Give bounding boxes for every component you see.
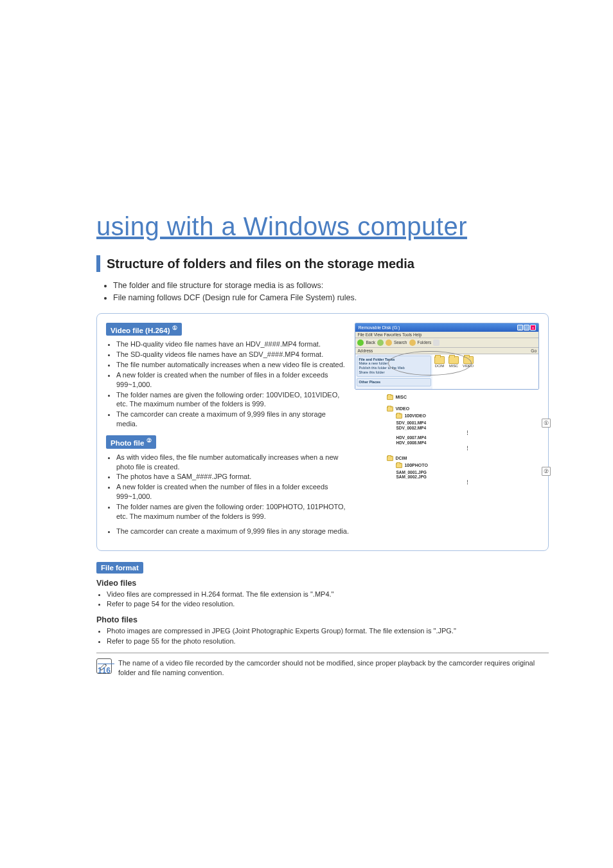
file-name: HDV_0008.MP4 <box>396 440 539 446</box>
window-menubar: File Edit View Favorites Tools Help <box>355 332 538 338</box>
back-icon <box>357 339 364 346</box>
views-icon <box>433 339 440 346</box>
tree-node: MISC <box>387 395 539 400</box>
tag-sup: ① <box>172 325 177 331</box>
note-row: The name of a video file recorded by the… <box>96 658 549 678</box>
callout-badge-1: ① <box>542 419 551 428</box>
folder-icon <box>396 463 402 468</box>
fwd-icon <box>377 339 384 346</box>
panel-item: Publish this folder to the Web <box>359 366 429 370</box>
callout-badge-2: ② <box>542 467 551 476</box>
window-addressbar: Address Go <box>355 348 538 354</box>
tree-node: DCIM <box>387 456 539 461</box>
window-body: File and Folder Tasks Make a new folder … <box>355 354 538 389</box>
list-item: The camcorder can create a maximum of 9,… <box>116 527 539 536</box>
video-detail-list: The HD-quality video file names have an … <box>116 339 348 429</box>
panel-item: Share this folder <box>359 370 429 375</box>
explorer-window: Removable Disk (G:) _□× File Edit View F… <box>355 323 539 390</box>
video-files-list: Video files are compressed in H.264 form… <box>107 590 549 610</box>
go-label: Go <box>531 348 537 353</box>
folder-label: VIDEO <box>463 364 474 368</box>
photo-file-tag: Photo file ② <box>106 435 156 449</box>
page-number: 116 <box>98 664 114 675</box>
section-accent-bar <box>96 255 100 272</box>
folder-icon <box>396 413 402 419</box>
list-item: Video files are compressed in H.264 form… <box>107 590 549 599</box>
tag-sup: ② <box>147 437 152 444</box>
page-number-value: 116 <box>98 666 114 675</box>
photo-detail-list-cont: The camcorder can create a maximum of 9,… <box>116 527 539 536</box>
file-list: SDV_0001.MP4 SDV_0002.MP4 ⋮ HDV_0007.MP4… <box>396 420 539 451</box>
structure-box: Video file (H.264) ① The HD-quality vide… <box>96 313 549 551</box>
list-item: As with video files, the file number aut… <box>116 453 348 472</box>
section-heading: Structure of folders and files on the st… <box>96 255 549 272</box>
video-file-tag: Video file (H.264) ① <box>106 323 182 336</box>
folder-item: MISC <box>449 356 459 387</box>
list-item: Refer to page 54 for the video resolutio… <box>107 599 549 609</box>
file-name: SDV_0002.MP4 <box>396 426 539 431</box>
folder-item: VIDEO <box>463 356 474 387</box>
video-files-subhead: Video files <box>96 579 549 588</box>
intro-bullet: File naming follows DCF (Design rule for… <box>113 292 549 304</box>
list-item: The HD-quality video file names have an … <box>116 339 348 349</box>
panel-title: File and Folder Tasks <box>359 357 429 362</box>
folder-icon <box>387 456 393 461</box>
node-label: 100PHOTO <box>404 463 427 467</box>
list-item: The photos have a SAM_####.JPG format. <box>116 472 348 482</box>
list-item: The folder names are given the following… <box>116 502 348 521</box>
node-label: DCIM <box>395 456 407 460</box>
file-name: HDV_0007.MP4 <box>396 435 539 440</box>
folder-icon <box>463 356 474 364</box>
tag-text: Video file (H.264) <box>111 326 170 334</box>
photo-detail-list: As with video files, the file number aut… <box>116 453 348 521</box>
list-item: Photo images are compressed in JPEG (Joi… <box>107 626 549 636</box>
photo-files-list: Photo images are compressed in JPEG (Joi… <box>107 626 549 646</box>
list-item: Refer to page 55 for the photo resolutio… <box>107 637 549 646</box>
folder-tree: MISC VIDEO 100VIDEO ① SDV_0001.MP4 SDV_0… <box>387 395 539 485</box>
photo-files-subhead: Photo files <box>96 615 549 624</box>
file-name: SDV_0001.MP4 <box>396 420 539 426</box>
tree-node: 100VIDEO ① <box>396 413 539 419</box>
tag-text: Photo file <box>111 439 144 447</box>
up-icon <box>386 339 392 346</box>
file-list: SAM_0001.JPG SAM_0002.JPG ⋮ <box>396 470 539 485</box>
list-item: The SD-quality videos file names have an… <box>116 350 348 359</box>
folder-label: DCIM <box>435 364 444 368</box>
window-controls: _□× <box>517 325 536 330</box>
panel-item: Make a new folder <box>359 361 429 366</box>
list-item: The file number automatically increases … <box>116 360 348 370</box>
list-item: The folder names are given the following… <box>116 390 348 410</box>
list-item: The camcorder can create a maximum of 9,… <box>116 410 348 429</box>
section-title: Structure of folders and files on the st… <box>107 255 414 272</box>
folder-label: MISC <box>449 364 458 368</box>
intro-bullet: The folder and file structure for storag… <box>113 280 549 292</box>
node-label: VIDEO <box>395 406 409 411</box>
node-label: MISC <box>395 395 407 399</box>
search-label: Search <box>394 340 407 345</box>
file-format-tag: File format <box>96 562 143 574</box>
window-toolbar: Back Search Folders <box>355 338 538 348</box>
list-item: A new folder is created when the number … <box>116 482 348 502</box>
node-label: 100VIDEO <box>404 413 425 418</box>
folder-icon <box>434 356 445 364</box>
tree-node: 100PHOTO ② <box>396 463 539 468</box>
window-title: Removable Disk (G:) <box>358 325 400 330</box>
folders-label: Folders <box>418 340 432 345</box>
folder-item: DCIM <box>434 356 445 387</box>
sidebar-panel: File and Folder Tasks Make a new folder … <box>357 356 431 377</box>
file-name: SAM_0001.JPG <box>396 470 539 475</box>
note-divider <box>96 653 549 653</box>
folder-icon <box>387 395 393 400</box>
folders-icon <box>409 339 416 346</box>
list-item: A new folder is created when the number … <box>116 370 348 390</box>
explorer-diagram: Removable Disk (G:) _□× File Edit View F… <box>355 323 539 485</box>
intro-list: The folder and file structure for storag… <box>113 280 549 304</box>
note-text: The name of a video file recorded by the… <box>118 658 549 678</box>
sidebar-panel: Other Places <box>357 378 431 386</box>
file-name: SAM_0002.JPG <box>396 475 539 480</box>
folder-icon <box>387 406 393 411</box>
back-label: Back <box>366 340 375 345</box>
address-label: Address <box>357 348 373 353</box>
window-titlebar: Removable Disk (G:) _□× <box>355 323 538 332</box>
window-main: DCIM MISC VIDEO <box>432 354 538 389</box>
